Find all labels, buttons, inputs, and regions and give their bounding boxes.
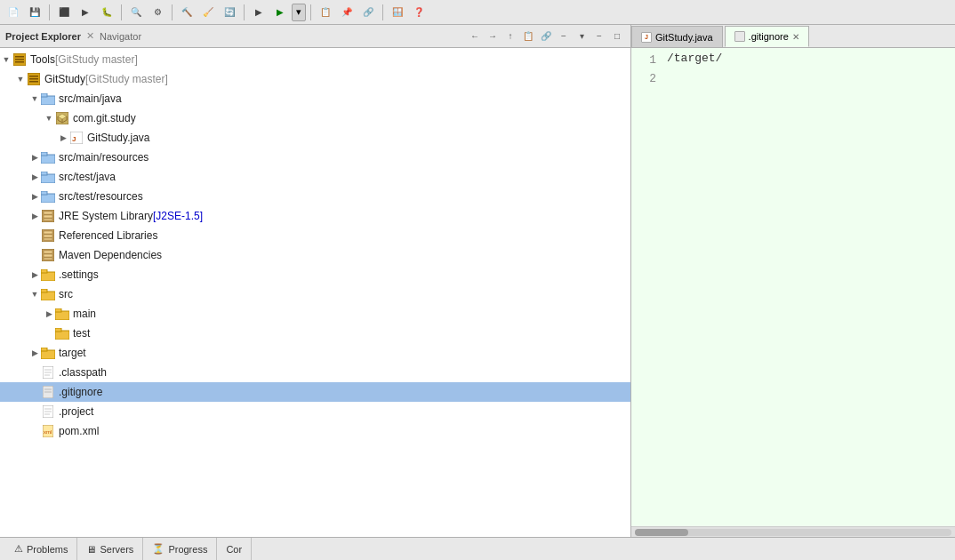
status-tab-progress[interactable]: ⏳ Progress bbox=[143, 538, 217, 560]
tree-arrow-tools[interactable]: ▼ bbox=[0, 55, 12, 64]
svg-rect-35 bbox=[44, 254, 52, 257]
progress-icon: ⏳ bbox=[152, 543, 165, 555]
tree-arrow-gitstudy[interactable]: ▼ bbox=[14, 75, 27, 84]
toolbar-debug-btn[interactable]: 🐛 bbox=[97, 3, 116, 22]
toolbar-help-btn[interactable]: ❓ bbox=[409, 3, 429, 22]
svg-rect-34 bbox=[44, 251, 52, 253]
svg-rect-31 bbox=[44, 235, 52, 237]
toolbar-settings-btn[interactable]: ⚙ bbox=[148, 3, 167, 22]
tree-label-gitstudy-java: GitStudy.java bbox=[87, 132, 149, 144]
tree-arrow-src[interactable]: ▼ bbox=[28, 290, 41, 299]
toolbar-run-btn[interactable]: ▶ bbox=[76, 3, 95, 22]
tab-gitstudy-java[interactable]: J GitStudy.java bbox=[631, 26, 723, 47]
tree-label-pomxml: pom.xml bbox=[59, 425, 99, 437]
tree-item-pomxml[interactable]: xml pom.xml bbox=[0, 421, 630, 441]
src-folder-icon bbox=[41, 189, 55, 204]
tree-arrow-target[interactable]: ▶ bbox=[28, 348, 41, 357]
tree-arrow-srctestres[interactable]: ▶ bbox=[28, 192, 41, 201]
toolbar-clean-btn[interactable]: 🧹 bbox=[198, 3, 218, 22]
panel-link-btn[interactable]: 🔗 bbox=[538, 28, 554, 44]
panel-maximize-btn[interactable]: □ bbox=[609, 28, 625, 44]
problems-label: Problems bbox=[27, 544, 68, 555]
panel-title-sep: ✕ bbox=[86, 30, 94, 42]
panel-collapse-btn[interactable]: − bbox=[556, 28, 572, 44]
svg-rect-32 bbox=[44, 238, 52, 240]
library-icon bbox=[41, 228, 55, 243]
tree-item-gitignore[interactable]: .gitignore bbox=[0, 382, 630, 402]
file-icon bbox=[41, 365, 55, 380]
scrollbar-thumb[interactable] bbox=[635, 529, 688, 536]
status-tab-cor[interactable]: Cor bbox=[217, 538, 252, 560]
bottom-status-bar: ⚠ Problems 🖥 Servers ⏳ Progress Cor bbox=[0, 537, 955, 560]
gitignore-tab-icon bbox=[734, 31, 745, 42]
panel-back-btn[interactable]: ← bbox=[467, 28, 483, 44]
tree-suffix-tools: [GitStudy master] bbox=[55, 53, 138, 66]
project-explorer-panel: Project Explorer ✕ Navigator ← → ↑ 📋 🔗 −… bbox=[0, 25, 631, 537]
gitignore-tab-close[interactable]: ✕ bbox=[792, 32, 799, 42]
svg-rect-6 bbox=[29, 78, 38, 80]
tree-item-mavdep[interactable]: Maven Dependencies bbox=[0, 245, 630, 265]
tree-arrow-comgitstudy[interactable]: ▼ bbox=[43, 114, 55, 123]
tree-item-test[interactable]: test bbox=[0, 324, 630, 343]
toolbar-new-btn[interactable]: 📄 bbox=[4, 3, 23, 22]
toolbar-window-btn[interactable]: 🪟 bbox=[388, 3, 407, 22]
tree-arrow-jre[interactable]: ▶ bbox=[28, 212, 41, 220]
src-folder-icon bbox=[41, 92, 55, 106]
tree-item-tools[interactable]: ▼ Tools [GitStudy master] bbox=[0, 50, 630, 69]
tree-label-srctestres: src/test/resources bbox=[59, 190, 143, 203]
tree-item-target[interactable]: ▶ target bbox=[0, 343, 630, 363]
toolbar-refresh-btn[interactable]: 🔄 bbox=[220, 3, 239, 22]
svg-rect-38 bbox=[41, 269, 47, 273]
tree-item-reflibs[interactable]: Referenced Libraries bbox=[0, 226, 630, 245]
tree-item-gitstudy-java[interactable]: ▶ J GitStudy.java bbox=[0, 128, 630, 148]
panel-menu-btn[interactable]: ▾ bbox=[574, 28, 590, 44]
tree-item-main[interactable]: ▶ main bbox=[0, 304, 630, 324]
panel-forward-btn[interactable]: → bbox=[485, 28, 501, 44]
tree-item-settings[interactable]: ▶ .settings bbox=[0, 265, 630, 284]
tree-item-srctestjava[interactable]: ▶ src/test/java bbox=[0, 167, 630, 187]
tree-item-gitstudy[interactable]: ▼ GitStudy [GitStudy master] bbox=[0, 69, 630, 89]
toolbar-extra3-btn[interactable]: 🔗 bbox=[358, 3, 378, 22]
status-tab-problems[interactable]: ⚠ Problems bbox=[5, 538, 77, 560]
tree-arrow-srctestjava[interactable]: ▶ bbox=[28, 172, 41, 181]
toolbar-extra1-btn[interactable]: 📋 bbox=[316, 3, 335, 22]
tree-arrow-settings[interactable]: ▶ bbox=[28, 270, 41, 279]
tab-gitignore[interactable]: .gitignore ✕ bbox=[725, 26, 809, 47]
editor-scrollbar[interactable] bbox=[631, 526, 955, 537]
tree-item-src[interactable]: ▼ src bbox=[0, 284, 630, 304]
panel-copy-btn[interactable]: 📋 bbox=[520, 28, 536, 44]
toolbar-build-btn[interactable]: 🔨 bbox=[177, 3, 197, 22]
tree-item-jre[interactable]: ▶ JRE System Library [J2SE-1.5] bbox=[0, 206, 630, 226]
folder-icon bbox=[41, 268, 55, 282]
toolbar-sep-2 bbox=[121, 4, 122, 20]
toolbar-back-btn[interactable]: ⬛ bbox=[54, 3, 74, 22]
gitstudy-java-tab-label: GitStudy.java bbox=[655, 32, 713, 43]
xml-icon: xml bbox=[41, 424, 55, 438]
tree-item-srcmainjava[interactable]: ▼ src/main/java bbox=[0, 89, 630, 108]
tree-item-project[interactable]: .project bbox=[0, 402, 630, 421]
tree-item-comgitstudy[interactable]: ▼ com.git.study bbox=[0, 108, 630, 128]
toolbar-run2-btn[interactable]: ▶ bbox=[249, 3, 269, 22]
library-icon bbox=[41, 209, 55, 223]
toolbar-extra2-btn[interactable]: 📌 bbox=[337, 3, 357, 22]
package-icon bbox=[55, 111, 69, 125]
status-tab-servers[interactable]: 🖥 Servers bbox=[77, 538, 143, 560]
tree-arrow-gitstudy-java[interactable]: ▶ bbox=[57, 133, 69, 142]
toolbar-rungreen-btn[interactable]: ▶ bbox=[270, 3, 290, 22]
panel-alt-title[interactable]: Navigator bbox=[100, 31, 141, 42]
tree-arrow-srcmainjava[interactable]: ▼ bbox=[28, 94, 41, 103]
toolbar-sep-3 bbox=[172, 4, 173, 20]
tree-item-srctestres[interactable]: ▶ src/test/resources bbox=[0, 187, 630, 206]
tree-label-classpath: .classpath bbox=[59, 366, 107, 379]
tree-item-classpath[interactable]: .classpath bbox=[0, 363, 630, 382]
toolbar-save-btn[interactable]: 💾 bbox=[25, 3, 44, 22]
gitignore-tab-label: .gitignore bbox=[749, 31, 789, 42]
tree-arrow-srcmainres[interactable]: ▶ bbox=[28, 153, 41, 162]
toolbar-run-dropdown[interactable]: ▾ bbox=[292, 4, 306, 21]
panel-up-btn[interactable]: ↑ bbox=[502, 28, 518, 44]
tree-arrow-main[interactable]: ▶ bbox=[43, 309, 55, 318]
tree-item-srcmainres[interactable]: ▶ src/main/resources bbox=[0, 148, 630, 167]
panel-minimize-btn[interactable]: − bbox=[591, 28, 607, 44]
tree-label-main: main bbox=[73, 308, 96, 320]
toolbar-search-btn[interactable]: 🔍 bbox=[126, 3, 146, 22]
